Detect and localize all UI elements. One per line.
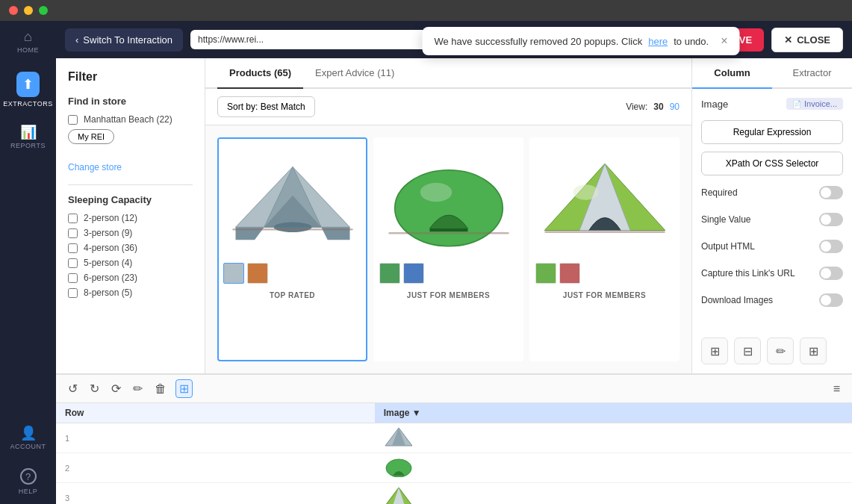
my-rei-button[interactable]: My REI: [68, 129, 114, 144]
change-store-link[interactable]: Change store: [68, 162, 193, 172]
sort-button[interactable]: Sort by: Best Match: [217, 96, 315, 117]
find-in-store-label: Find in store: [68, 96, 193, 107]
right-panel: Column Extractor Image 📄 Invoice... Regu…: [691, 58, 852, 373]
thumb-3-2[interactable]: [559, 263, 580, 284]
edit-button[interactable]: ✏: [130, 380, 146, 397]
maximize-traffic-light[interactable]: [39, 6, 48, 15]
refresh-button[interactable]: ⟳: [108, 380, 124, 397]
manhattan-beach-checkbox[interactable]: [68, 115, 78, 125]
table-row[interactable]: 3: [56, 483, 852, 505]
notification-banner: We have successfully removed 20 popups. …: [422, 27, 739, 55]
menu-button[interactable]: ≡: [830, 381, 843, 397]
xpath-button[interactable]: XPath Or CSS Selector: [701, 152, 843, 175]
notification-close-button[interactable]: ×: [721, 34, 727, 48]
divider: [68, 184, 193, 185]
grid-icon-btn[interactable]: ⊞: [800, 337, 827, 364]
svg-point-10: [420, 183, 452, 202]
col-image[interactable]: Image ▼: [375, 403, 852, 423]
view-label: View:: [626, 102, 647, 112]
view-30[interactable]: 30: [653, 102, 663, 112]
sidebar-label-home: HOME: [17, 46, 39, 54]
delete-button[interactable]: 🗑: [152, 381, 170, 397]
pen-icon-btn[interactable]: ✏: [767, 337, 794, 364]
toggle-capture-link-switch[interactable]: [819, 267, 843, 280]
option-4person: 4-person (36): [68, 243, 193, 253]
checkbox-3person[interactable]: [68, 228, 78, 238]
app-container: ⌂ HOME ⬆ EXTRACTORS 📊 REPORTS 👤 ACCOUNT …: [0, 21, 852, 504]
tab-products[interactable]: Products (65): [217, 58, 303, 89]
toggle-download-images: Download Images: [701, 290, 843, 310]
columns-button[interactable]: ⊞: [175, 379, 193, 398]
checkbox-2person[interactable]: [68, 214, 78, 223]
products-grid: TOP RATED: [205, 125, 691, 373]
product-thumbnails-2: [375, 258, 522, 288]
table-row[interactable]: 2: [56, 453, 852, 483]
thumb-2-1[interactable]: [379, 263, 400, 284]
sidebar-item-help[interactable]: ? HELP: [0, 459, 56, 504]
toggle-download-images-switch[interactable]: [819, 293, 843, 307]
switch-interaction-button[interactable]: ‹ Switch To Interaction: [65, 28, 183, 52]
label-6person: 6-person (23): [84, 273, 137, 283]
tab-extractor[interactable]: Extractor: [772, 58, 852, 87]
close-icon: ✕: [784, 34, 792, 46]
product-img-area-2: [375, 139, 522, 258]
sidebar-item-reports[interactable]: 📊 REPORTS: [0, 116, 56, 158]
products-area: Products (65) Expert Advice (11) Sort by…: [205, 58, 691, 373]
product-card-3[interactable]: JUST FOR MEMBERS: [529, 137, 680, 361]
svg-rect-9: [429, 228, 467, 231]
sidebar-label-help: HELP: [19, 488, 38, 495]
tab-column[interactable]: Column: [692, 58, 772, 89]
main-row: Filter Find in store Manhattan Beach (22…: [56, 58, 852, 373]
find-in-store-section: Find in store Manhattan Beach (22) My RE…: [68, 96, 193, 150]
toggle-capture-link-label: Capture this Link's URL: [701, 268, 795, 279]
copy-icon-btn[interactable]: ⊞: [701, 337, 728, 364]
account-icon: 👤: [20, 426, 37, 440]
row-image-1: [375, 423, 852, 453]
table-row[interactable]: 1: [56, 423, 852, 453]
product-card-1[interactable]: TOP RATED: [217, 137, 367, 361]
thumb-1-1[interactable]: [223, 263, 244, 284]
tab-expert-advice[interactable]: Expert Advice (11): [303, 58, 406, 89]
toggle-single-value-label: Single Value: [701, 214, 751, 225]
table-right-tools: ≡: [830, 381, 843, 397]
option-2person: 2-person (12): [68, 213, 193, 223]
view-90[interactable]: 90: [670, 102, 680, 112]
home-icon: ⌂: [24, 29, 32, 44]
close-button[interactable]: ✕ CLOSE: [771, 28, 843, 52]
product-badge-2: JUST FOR MEMBERS: [375, 288, 522, 305]
toggle-required-switch[interactable]: [819, 186, 843, 199]
thumb-1-2[interactable]: [247, 263, 268, 284]
notification-suffix: to undo.: [674, 36, 709, 47]
product-card-2[interactable]: JUST FOR MEMBERS: [373, 137, 523, 361]
checkbox-6person[interactable]: [68, 273, 78, 283]
option-8person: 8-person (5): [68, 287, 193, 298]
sidebar-item-extractors[interactable]: ⬆ EXTRACTORS: [0, 63, 56, 116]
product-thumbnails-1: [219, 258, 366, 288]
checkbox-5person[interactable]: [68, 258, 78, 268]
sidebar-item-home[interactable]: ⌂ HOME: [0, 21, 56, 63]
regex-button[interactable]: Regular Expression: [701, 120, 843, 144]
sidebar-item-account[interactable]: 👤 ACCOUNT: [0, 417, 56, 459]
minimize-traffic-light[interactable]: [24, 6, 33, 15]
notification-undo-link[interactable]: here: [648, 36, 668, 47]
checkbox-4person[interactable]: [68, 243, 78, 253]
thumb-3-1[interactable]: [535, 263, 556, 284]
checkbox-8person[interactable]: [68, 288, 78, 298]
col-image-label: Image: [384, 408, 410, 418]
row-tent-2: [384, 456, 414, 477]
redo-button[interactable]: ↻: [87, 380, 102, 397]
thumb-2-2[interactable]: [403, 263, 424, 284]
image-row: Image 📄 Invoice...: [701, 98, 843, 110]
layout-icon-btn[interactable]: ⊟: [734, 337, 761, 364]
close-traffic-light[interactable]: [9, 6, 18, 15]
row-num-2: 2: [56, 453, 375, 483]
toggle-single-value-switch[interactable]: [819, 213, 843, 226]
view-options: View: 30 90: [626, 102, 680, 112]
undo-button[interactable]: ↺: [65, 380, 81, 397]
row-num-3: 3: [56, 483, 375, 505]
results-table: Row Image ▼ 1: [56, 403, 852, 504]
toggle-output-html-switch[interactable]: [819, 240, 843, 253]
row-image-2: [375, 453, 852, 483]
label-8person: 8-person (5): [84, 287, 132, 298]
extractors-icon: ⬆: [22, 77, 34, 92]
